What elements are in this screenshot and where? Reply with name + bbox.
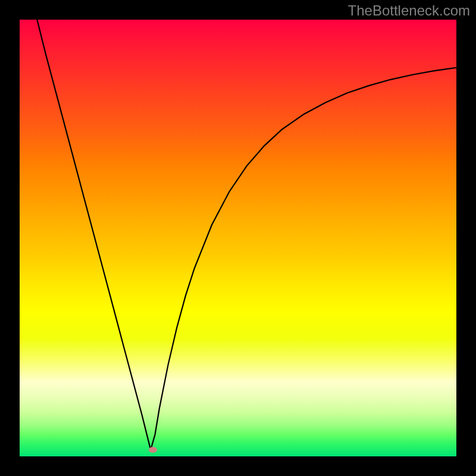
plot-area: [20, 20, 456, 456]
minimum-marker: [149, 447, 157, 453]
chart-container: TheBottleneck.com: [0, 0, 476, 476]
bottleneck-curve: [37, 20, 456, 450]
curve-svg: [20, 20, 456, 456]
watermark-text: TheBottleneck.com: [348, 2, 470, 19]
